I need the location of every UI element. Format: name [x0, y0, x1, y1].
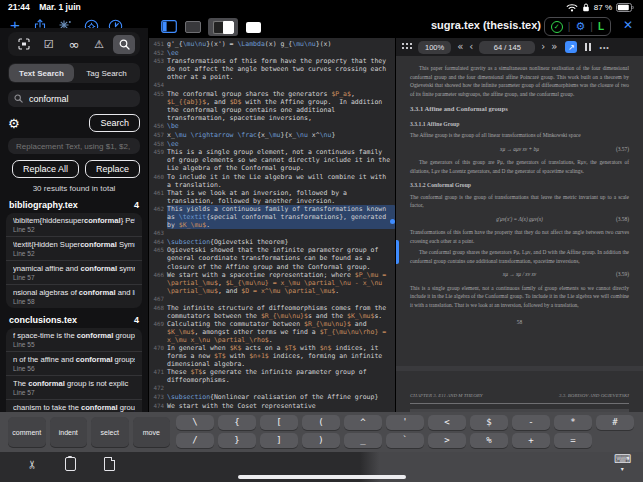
symbol-key[interactable]: [ [260, 415, 298, 430]
symbol-key[interactable]: ) [302, 433, 340, 448]
prev-page-button[interactable]: ‹ [469, 42, 473, 52]
code-line[interactable]: 474We start with the Coset representativ… [149, 402, 395, 411]
code-line[interactable]: 458\ee [149, 140, 395, 149]
symbol-key[interactable]: + [512, 433, 550, 448]
symbol-key[interactable]: - [512, 415, 550, 430]
symbol-key[interactable]: ] [260, 433, 298, 448]
code-line[interactable]: 468The infinite structure of diffeomorph… [149, 304, 395, 320]
split-view-button[interactable] [208, 18, 238, 36]
replace-all-button[interactable]: Replace All [12, 160, 79, 178]
first-page-button[interactable]: « [457, 42, 463, 52]
search-result-item[interactable]: chanism to take the conformal group"...L… [6, 400, 142, 412]
symbol-key[interactable]: ^ [344, 415, 382, 430]
search-result-item[interactable]: \bibitem{hiddensuperconformal} Pete...Li… [6, 213, 142, 237]
typeset-status-group: ✓ | ⚙ | L [544, 17, 611, 36]
symbol-key[interactable]: > [428, 433, 466, 448]
search-settings-icon[interactable]: ⚙ [8, 116, 20, 131]
code-line[interactable]: 471These $T$s generate the infinite para… [149, 368, 395, 384]
replace-button[interactable]: Replace [85, 160, 140, 178]
last-page-button[interactable]: » [551, 42, 557, 52]
code-line[interactable]: 460To include it in the Lie algebra we w… [149, 173, 395, 189]
code-line[interactable]: 454 [149, 81, 395, 90]
pdf-toolbar: 100% « ‹ 64 / 145 › » ↗ ••• [396, 38, 643, 56]
symbol-key[interactable]: ( [302, 415, 340, 430]
search-tab-icon[interactable] [113, 35, 135, 54]
code-line[interactable]: 467 [149, 295, 395, 304]
code-line[interactable]: 465Ogievetski showed that the infinite p… [149, 246, 395, 270]
code-line[interactable]: 473\subsection{Nonlinear realisation of … [149, 393, 395, 402]
code-line[interactable]: 472 [149, 384, 395, 393]
action-key-comment[interactable]: comment [8, 417, 46, 447]
code-line[interactable]: 463 [149, 229, 395, 238]
home-indicator[interactable] [238, 475, 406, 479]
gears-icon[interactable]: ⚙ [575, 21, 585, 32]
code-line[interactable]: 459This is a single group element, not a… [149, 148, 395, 172]
search-result-item[interactable]: n of the affine and conformal groups...L… [6, 352, 142, 376]
symbol-key[interactable]: / [176, 433, 214, 448]
log-button[interactable]: L [598, 21, 604, 32]
code-line[interactable]: 466We start with a spacetime representat… [149, 271, 395, 295]
sidebar-toggle-button[interactable] [160, 17, 178, 35]
symbol-key[interactable]: ' [386, 415, 424, 430]
symbol-key[interactable]: \ [176, 415, 214, 430]
replacement-input[interactable] [14, 141, 134, 152]
pause-button[interactable] [585, 43, 591, 51]
symbol-key[interactable]: < [428, 415, 466, 430]
search-result-item[interactable]: f space-time is the conformal group.Line… [6, 328, 142, 352]
code-line[interactable]: 461That is we look at an inversion, foll… [149, 189, 395, 205]
search-result-item[interactable]: nsional algebras of conformal and lin...… [6, 285, 142, 308]
editor-code[interactable]: 451g'_{\mu\nu}(x') = \Lambda(x) g_{\mu\n… [148, 38, 395, 412]
action-key-indent[interactable]: indent [50, 417, 88, 447]
symbol-key[interactable]: * [554, 415, 592, 430]
zoom-level-button[interactable]: 100% [418, 41, 451, 54]
warnings-icon[interactable]: ⚠ [88, 35, 110, 54]
search-result-item[interactable]: \textit{Hidden Superconformal Symm...Lin… [6, 237, 142, 261]
cut-button[interactable]: ✂ [26, 459, 39, 468]
symbol-key[interactable]: $ [470, 415, 508, 430]
next-page-button[interactable]: › [541, 42, 545, 52]
code-line[interactable]: 457x_\mu \rightarrow \frac{x_\mu}{x_\nu … [149, 131, 395, 140]
sync-to-source-button[interactable]: ↗ [565, 41, 577, 53]
search-field[interactable] [8, 90, 140, 107]
symbol-key[interactable]: = [554, 433, 592, 448]
hide-keyboard-button[interactable]: ⌨ ▾ [614, 455, 631, 473]
checklist-icon[interactable]: ☑ [38, 35, 60, 54]
paste-button[interactable] [104, 457, 115, 471]
symbol-key[interactable]: ` [386, 433, 424, 448]
action-keys: commentindentselectmove [8, 417, 170, 447]
action-key-select[interactable]: select [91, 417, 129, 447]
infinity-icon[interactable]: ∞ [63, 35, 85, 54]
tab-text-search[interactable]: Text Search [9, 64, 74, 82]
symbol-key[interactable]: { [218, 415, 256, 430]
code-line[interactable]: 455The conformal group shares the genera… [149, 90, 395, 122]
code-line[interactable]: 470In general when $K$ acts on a $T$ wit… [149, 344, 395, 368]
search-input[interactable] [27, 93, 131, 105]
typeset-success-icon[interactable]: ✓ [551, 21, 563, 33]
editor-view-button[interactable] [183, 20, 203, 34]
symbol-key[interactable]: % [470, 433, 508, 448]
action-key-move[interactable]: move [133, 417, 171, 447]
search-result-item[interactable]: The conformal group is not explicLine 57 [6, 376, 142, 400]
viewfinder-icon[interactable] [13, 35, 35, 54]
code-line[interactable]: 452\ee [149, 49, 395, 58]
symbol-key[interactable]: _ [344, 433, 382, 448]
symbol-key[interactable]: } [218, 433, 256, 448]
symbol-key[interactable]: # [596, 415, 634, 430]
pdf-view-button[interactable] [243, 20, 263, 34]
more-options-button[interactable]: ••• [599, 44, 609, 51]
page-indicator[interactable]: 64 / 145 [479, 41, 535, 54]
code-line[interactable]: 469Calculating the commutator between $R… [149, 320, 395, 344]
code-text [167, 81, 395, 90]
tab-tag-search[interactable]: Tag Search [74, 64, 139, 82]
code-line[interactable]: 451g'_{\mu\nu}(x') = \Lambda(x) g_{\mu\n… [149, 40, 395, 49]
code-line[interactable]: 462This yields a continuous family of tr… [149, 205, 395, 229]
copy-button[interactable] [65, 457, 76, 471]
code-line[interactable]: 453Transformations of this form have the… [149, 57, 395, 81]
replacement-field[interactable] [8, 138, 140, 154]
code-line[interactable]: 456\be [149, 122, 395, 131]
code-line[interactable]: 464\subsection{Ogievetski theorem} [149, 238, 395, 247]
search-result-item[interactable]: ynamical affine and conformal symm...Lin… [6, 261, 142, 285]
search-button[interactable]: Search [89, 114, 140, 132]
thumbnails-button[interactable] [402, 43, 412, 51]
close-button[interactable]: ✕ [623, 18, 633, 32]
